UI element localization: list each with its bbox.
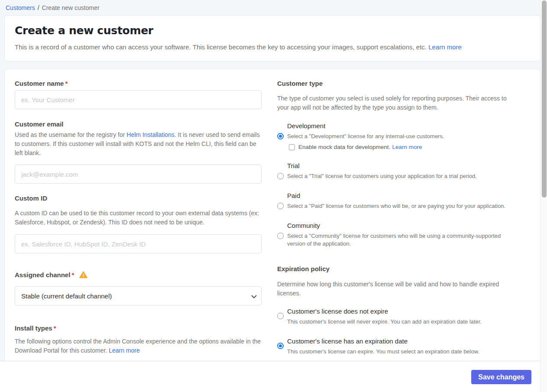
expiration-policy-description: Determine how long this customer's licen… (277, 280, 518, 298)
page-title: Create a new customer (15, 24, 530, 37)
option-description: This customer's license can expire. You … (287, 348, 518, 356)
required-asterisk: * (54, 324, 56, 332)
mock-data-label: Enable mock data for development. (298, 144, 390, 150)
option-title: Paid (287, 191, 518, 200)
customer-name-input[interactable] (15, 90, 262, 109)
breadcrumb: Customers/Create new customer (0, 0, 547, 11)
custom-id-label: Custom ID (15, 194, 262, 202)
mock-data-learn-more-link[interactable]: Learn more (392, 144, 422, 150)
customer-type-option-trial: Trial Select a "Trial" license for custo… (277, 162, 518, 180)
assigned-channel-label: Assigned channel* (15, 271, 262, 280)
option-title: Customer's license does not expire (287, 307, 518, 315)
page-description: This is a record of a customer who can a… (15, 43, 530, 51)
scrollbar-track[interactable] (540, 0, 547, 392)
custom-id-input[interactable] (15, 234, 262, 253)
customer-name-label: Customer name* (15, 80, 262, 87)
helm-installations-link[interactable]: Helm Installations (126, 131, 175, 138)
customer-email-label: Customer email (15, 120, 262, 128)
required-asterisk: * (65, 80, 68, 87)
radio-license-has-expiration-date[interactable] (277, 343, 284, 349)
expiration-policy-heading: Expiration policy (277, 265, 518, 273)
breadcrumb-current: Create new customer (42, 4, 100, 11)
assigned-channel-select[interactable]: Stable (current default channel) (15, 286, 262, 305)
install-types-description: The following options control the Admin … (15, 337, 262, 355)
option-description: Select a "Development" license for any i… (287, 133, 518, 140)
radio-license-does-not-expire[interactable] (277, 313, 284, 319)
customer-email-description: Used as the username for the registry fo… (15, 130, 262, 158)
custom-id-description: A custom ID can be used to tie this cust… (15, 209, 262, 227)
radio-trial[interactable] (277, 173, 284, 179)
install-types-learn-more-link[interactable]: Learn more (109, 347, 140, 354)
radio-paid[interactable] (277, 203, 284, 209)
enable-mock-data-checkbox[interactable] (289, 144, 295, 150)
create-customer-form: Customer name* Customer email Used as th… (4, 69, 541, 392)
header-card: Create a new customer This is a record o… (4, 15, 541, 62)
customer-type-option-development: Development Select a "Development" licen… (277, 122, 518, 150)
form-left-column: Customer name* Customer email Used as th… (15, 80, 262, 356)
option-title: Development (287, 122, 518, 130)
option-title: Customer's license has an expiration dat… (287, 337, 518, 345)
radio-community[interactable] (277, 233, 284, 239)
header-learn-more-link[interactable]: Learn more (428, 43, 462, 51)
mock-data-row: Enable mock data for development. Learn … (289, 144, 518, 150)
footer-bar: Save changes (0, 361, 540, 392)
form-right-column: Customer type The type of customer you s… (277, 80, 518, 356)
option-description: Select a "Paid" license for customers wh… (287, 202, 518, 210)
customer-email-input[interactable] (15, 165, 262, 184)
customer-type-heading: Customer type (277, 80, 518, 87)
install-types-label: Install types* (15, 324, 262, 332)
breadcrumb-customers-link[interactable]: Customers (6, 4, 35, 11)
expiration-option-no-expire: Customer's license does not expire This … (277, 307, 518, 326)
option-description: This customer's license will never expir… (287, 318, 518, 326)
option-title: Trial (287, 162, 518, 170)
page-description-text: This is a record of a customer who can a… (15, 43, 427, 51)
customer-type-option-community: Community Select a "Community" license f… (277, 221, 518, 248)
warning-triangle-icon (79, 271, 87, 280)
save-changes-button[interactable]: Save changes (471, 370, 531, 384)
customer-type-option-paid: Paid Select a "Paid" license for custome… (277, 191, 518, 210)
option-description: Select a "Trial" license for customers u… (287, 172, 518, 180)
expiration-option-has-expiration: Customer's license has an expiration dat… (277, 337, 518, 356)
option-description: Select a "Community" license for custome… (287, 232, 518, 248)
radio-development[interactable] (277, 133, 284, 139)
scrollbar-thumb[interactable] (542, 0, 547, 198)
required-asterisk: * (71, 271, 74, 279)
breadcrumb-separator: / (38, 4, 39, 11)
option-title: Community (287, 221, 518, 230)
customer-type-description: The type of customer you select is used … (277, 94, 518, 112)
